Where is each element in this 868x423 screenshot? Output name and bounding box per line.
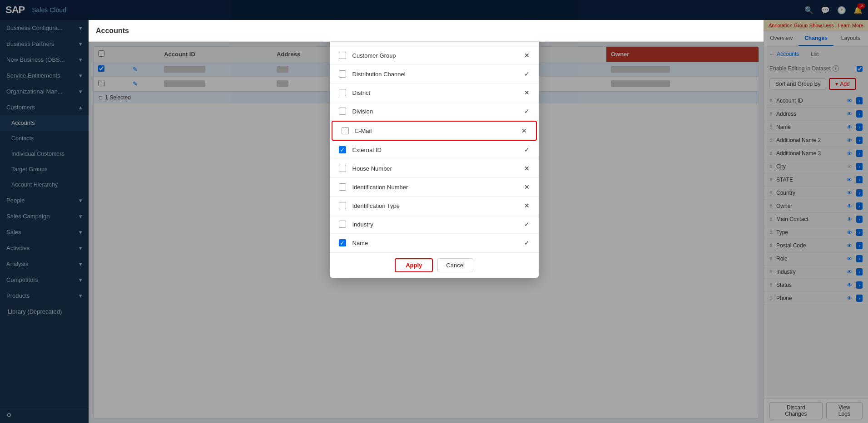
modal-row-division: Division ✓ (330, 102, 539, 121)
field-label: Identification Number (352, 184, 518, 191)
field-label: Customer Group (352, 52, 518, 59)
checkbox-distribution-channel[interactable] (339, 70, 346, 78)
field-label: Distribution Channel (352, 71, 518, 78)
modal-dialog: Basic Search Fields Customer Group ✕ Dis… (330, 25, 539, 278)
modal-row-external-id: ✓ External ID ✓ (330, 141, 539, 159)
field-label: District (352, 89, 518, 96)
apply-button[interactable]: Apply (395, 258, 433, 272)
modal-row-customer-group: Customer Group ✕ (330, 46, 539, 65)
field-label: Industry (352, 221, 518, 228)
cross-icon: ✕ (524, 89, 530, 96)
cancel-button[interactable]: Cancel (437, 258, 473, 272)
check-icon: ✓ (524, 221, 530, 228)
checkbox-external-id[interactable]: ✓ (339, 146, 346, 153)
cross-icon: ✕ (524, 165, 530, 172)
field-label: Name (352, 240, 518, 246)
check-icon: ✓ (524, 70, 530, 78)
modal-body: Customer Group ✕ Distribution Channel ✓ … (330, 46, 539, 252)
checkbox-customer-group[interactable] (339, 52, 346, 59)
modal-row-industry: Industry ✓ (330, 215, 539, 234)
modal-footer: Apply Cancel (330, 252, 539, 278)
check-icon: ✓ (524, 239, 530, 246)
checkbox-identification-number[interactable] (339, 183, 346, 191)
modal-row-house-number: House Number ✕ (330, 159, 539, 178)
field-label: Division (352, 108, 518, 115)
bg-accounts-title: Accounts (96, 27, 129, 35)
modal-row-district: District ✕ (330, 84, 539, 102)
checkbox-email[interactable] (342, 127, 349, 134)
checkbox-identification-type[interactable] (339, 202, 346, 209)
checkbox-industry[interactable] (339, 221, 346, 228)
field-label: House Number (352, 165, 518, 172)
field-label: External ID (352, 147, 518, 153)
checkbox-house-number[interactable] (339, 165, 346, 172)
accounts-bg-header: Accounts (89, 20, 764, 42)
cross-icon: ✕ (524, 52, 530, 59)
checkbox-district[interactable] (339, 89, 346, 96)
modal-row-distribution-channel: Distribution Channel ✓ (330, 65, 539, 84)
checkbox-name[interactable]: ✓ (339, 239, 346, 246)
modal-row-name: ✓ Name ✓ (330, 234, 539, 252)
cross-icon: ✕ (521, 127, 527, 134)
check-icon: ✓ (524, 108, 530, 115)
modal-overlay: Accounts Basic Search Fields Customer Gr… (0, 0, 868, 423)
modal-row-email: E-Mail ✕ (332, 121, 537, 141)
check-icon: ✓ (524, 146, 530, 153)
checkbox-division[interactable] (339, 108, 346, 115)
modal-row-identification-type: Identification Type ✕ (330, 197, 539, 215)
cross-icon: ✕ (524, 202, 530, 209)
field-label: E-Mail (355, 128, 515, 134)
field-label: Identification Type (352, 202, 518, 209)
cross-icon: ✕ (524, 183, 530, 191)
modal-row-identification-number: Identification Number ✕ (330, 178, 539, 197)
